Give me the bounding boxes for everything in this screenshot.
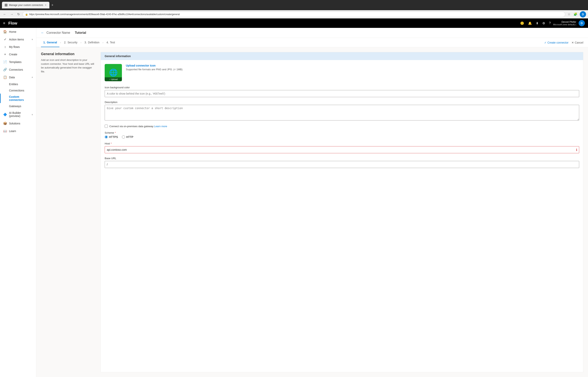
step-general[interactable]: 1. General [41, 38, 59, 47]
my-flows-icon: ↕ [3, 45, 7, 49]
host-input[interactable] [105, 146, 579, 153]
http-label: HTTP [126, 135, 133, 139]
upload-arrow-icon: ↑ [109, 78, 110, 81]
step-test[interactable]: 4. Test [104, 38, 117, 47]
description-textarea[interactable] [105, 105, 579, 120]
sidebar-label-learn: Learn [9, 130, 33, 133]
icon-bg-input[interactable] [105, 90, 579, 97]
active-tab[interactable]: Manage your custom connectors ✕ [2, 2, 49, 8]
address-bar-row: ← → ↻ 🔒 https://preview.flow.microsoft.c… [0, 10, 588, 18]
sidebar-item-connections[interactable]: Connections [0, 87, 36, 94]
main-area: 🏠 Home ✓ Action items ∨ ↕ My flows + Cre… [0, 28, 588, 377]
upload-connector-icon-link[interactable]: Upload connector icon [126, 64, 182, 67]
scheme-label: Scheme * [105, 131, 579, 134]
form-description-title: General information [41, 52, 96, 56]
host-input-wrapper: ℹ [105, 146, 579, 153]
home-icon: 🏠 [3, 30, 7, 34]
gateway-checkbox[interactable] [105, 125, 108, 128]
data-icon: 📋 [3, 75, 7, 79]
connector-icon-box: 🌐 ↑ Upload [105, 64, 122, 81]
learn-icon: 📖 [3, 129, 7, 133]
sidebar-item-custom-connectors[interactable]: Custom connectors [0, 94, 36, 103]
gateway-checkbox-row: Connect via on-premises data gateway Lea… [105, 125, 579, 128]
sidebar-label-solutions: Solutions [9, 122, 33, 125]
sidebar-label-gateways: Gateways [9, 105, 21, 108]
bookmark-btn[interactable]: ☆ [567, 12, 571, 17]
sidebar-item-data[interactable]: 📋 Data ∧ [0, 73, 36, 81]
cancel-btn[interactable]: ✕ Cancel [572, 41, 583, 44]
upload-overlay-btn[interactable]: ↑ Upload [105, 77, 122, 81]
templates-icon: 📄 [3, 60, 7, 64]
https-radio[interactable] [105, 135, 108, 139]
icon-bg-label: Icon background color [105, 86, 579, 89]
sidebar-label-ai-builder: AI Builder (preview) [9, 111, 30, 118]
url-text: https://preview.flow.microsoft.com/manag… [29, 13, 563, 16]
sidebar-label-data: Data [9, 76, 30, 79]
https-option[interactable]: HTTPS [105, 135, 118, 139]
host-label: Host * [105, 142, 579, 145]
upload-hint-text: Supported file formats are PNG and JPG. … [126, 68, 182, 71]
create-connector-btn[interactable]: ✓ Create connector [544, 41, 568, 44]
description-label: Description [105, 101, 579, 104]
notification-btn[interactable]: 🔔 [526, 20, 533, 27]
back-nav-btn[interactable]: ← [2, 12, 7, 17]
step-general-label: General [47, 41, 57, 44]
checkmark-icon: ✓ [544, 41, 547, 44]
panel-title: General information [105, 55, 131, 58]
hamburger-menu-btn[interactable]: ≡ [3, 21, 5, 25]
browser-chrome: Manage your custom connectors ✕ + [0, 0, 588, 10]
ai-builder-icon: 🔷 [3, 113, 7, 116]
forward-nav-btn[interactable]: → [9, 12, 14, 17]
step-security[interactable]: 2. Security [62, 38, 80, 47]
download-btn[interactable]: ⬇ [534, 20, 540, 27]
data-chevron: ∧ [32, 76, 33, 78]
step-definition-label: Definition [88, 41, 99, 44]
connectors-icon: 🔗 [3, 68, 7, 71]
settings-btn[interactable]: ⚙ [541, 20, 547, 27]
new-tab-button[interactable]: + [50, 3, 55, 7]
refresh-btn[interactable]: ↻ [16, 12, 21, 17]
http-radio[interactable] [122, 135, 125, 139]
solutions-icon: 📦 [3, 121, 7, 125]
form-panel-body: 🌐 ↑ Upload Upload connector icon Support… [101, 60, 583, 176]
base-url-input[interactable] [105, 161, 579, 168]
help-btn[interactable]: ? [547, 20, 552, 26]
step-test-label: Test [110, 41, 115, 44]
sidebar-label-connectors: Connectors [9, 68, 33, 71]
field-group-host: Host * ℹ [105, 142, 579, 153]
learn-more-link[interactable]: Learn more [154, 125, 167, 128]
address-bar[interactable]: 🔒 https://preview.flow.microsoft.com/man… [22, 12, 565, 17]
action-items-chevron: ∨ [32, 38, 33, 40]
form-wrapper: General information Add an icon and shor… [36, 47, 588, 377]
extensions-btn[interactable]: 🧩 [573, 12, 578, 17]
sidebar-item-solutions[interactable]: 📦 Solutions [0, 119, 36, 127]
gateway-checkbox-label: Connect via on-premises data gateway Lea… [109, 125, 167, 128]
sidebar-label-home: Home [9, 30, 33, 33]
sidebar-item-gateways[interactable]: Gateways [0, 103, 36, 109]
sidebar-item-my-flows[interactable]: ↕ My flows [0, 43, 36, 51]
upload-info: Upload connector icon Supported file for… [126, 64, 182, 71]
sidebar-item-entities[interactable]: Entities [0, 81, 36, 87]
sidebar-item-connectors[interactable]: 🔗 Connectors [0, 66, 36, 73]
sidebar-item-action-items[interactable]: ✓ Action items ∨ [0, 35, 36, 43]
sidebar-item-home[interactable]: 🏠 Home [0, 28, 36, 35]
wizard-back-btn[interactable]: ← [41, 31, 44, 35]
tab-close-btn[interactable]: ✕ [45, 4, 47, 6]
user-avatar[interactable]: D [579, 20, 585, 26]
sidebar-item-learn[interactable]: 📖 Learn [0, 127, 36, 135]
step-definition[interactable]: 3. Definition [82, 38, 102, 47]
wizard-actions: ✓ Create connector ✕ Cancel [544, 41, 583, 44]
sidebar-item-templates[interactable]: 📄 Templates [0, 58, 36, 66]
field-group-scheme: Scheme * HTTPS HTTP [105, 131, 579, 139]
browser-user-avatar[interactable]: D [580, 11, 586, 17]
field-group-description: Description [105, 101, 579, 121]
sidebar-label-templates: Templates [9, 60, 33, 64]
sidebar-item-ai-builder[interactable]: 🔷 AI Builder (preview) ∨ [0, 109, 36, 119]
sidebar-item-create[interactable]: + Create [0, 51, 36, 58]
form-description-text: Add an icon and short description to you… [41, 58, 96, 73]
step-definition-num: 3. [85, 41, 87, 44]
http-option[interactable]: HTTP [122, 135, 133, 139]
icon-upload-row: 🌐 ↑ Upload Upload connector icon Support… [105, 64, 579, 81]
emoji-btn[interactable]: 🙂 [519, 20, 526, 27]
upload-btn-label: Upload [111, 78, 118, 81]
